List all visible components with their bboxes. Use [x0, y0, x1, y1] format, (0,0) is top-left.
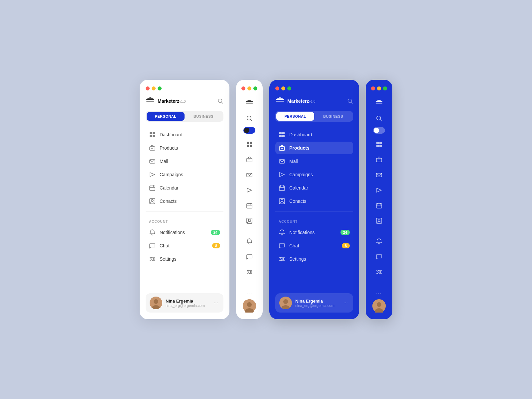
- minimize-dot[interactable]: [152, 86, 156, 90]
- mini-dashboard-icon[interactable]: [243, 138, 256, 151]
- nav-item-calendar-dark[interactable]: Calendar: [275, 182, 353, 194]
- mini-dashboard-icon-dark[interactable]: [372, 138, 386, 151]
- nav-item-campaigns[interactable]: Campaigns: [146, 168, 223, 181]
- mini-user-menu-dots[interactable]: ···: [246, 291, 252, 296]
- mini-search-icon[interactable]: [243, 112, 256, 125]
- products-icon-dark: [279, 145, 285, 151]
- user-name: Nina Ergemla: [166, 299, 209, 304]
- svg-point-31: [247, 116, 251, 120]
- mini-campaigns-icon-dark[interactable]: [372, 184, 386, 197]
- chat-label: Chat: [160, 243, 170, 248]
- nav-item-products[interactable]: Products: [146, 142, 223, 154]
- mini-settings-icon-dark[interactable]: [372, 265, 386, 279]
- products-icon: [149, 145, 156, 151]
- products-label: Products: [160, 145, 178, 151]
- nav-item-settings-dark[interactable]: Settings: [275, 253, 353, 265]
- search-button[interactable]: [217, 98, 223, 104]
- close-dot-dark-mini[interactable]: [371, 86, 375, 90]
- light-full-panel: Marketerzv1.0 PERSONAL BUSINESS: [140, 80, 229, 319]
- mini-chat-icon[interactable]: [243, 250, 256, 263]
- nav-item-calendar[interactable]: Calendar: [146, 182, 223, 194]
- mini-settings-icon[interactable]: [243, 265, 256, 279]
- nav-item-chat[interactable]: Chat 8: [146, 239, 223, 252]
- light-mini-panel: ···: [236, 80, 263, 319]
- nav-item-dashboard-dark[interactable]: Dashboard: [275, 128, 353, 141]
- search-button-dark[interactable]: [347, 98, 353, 104]
- nav-item-contacts[interactable]: Conacts: [146, 195, 223, 207]
- mini-search-icon-dark[interactable]: [372, 112, 386, 125]
- minimize-dot-dark[interactable]: [281, 86, 285, 90]
- business-tab[interactable]: BUSINESS: [185, 112, 222, 121]
- user-card-dark[interactable]: Nina Ergemla nina_erg@ergemla.com ···: [275, 293, 353, 313]
- user-email-dark: nina_erg@ergemla.com: [295, 304, 339, 308]
- mini-products-icon[interactable]: [243, 153, 256, 166]
- user-menu-button-dark[interactable]: ···: [342, 299, 349, 307]
- business-tab-dark[interactable]: BUSINESS: [314, 112, 352, 121]
- mini-brand-icon[interactable]: [243, 96, 256, 110]
- mini-contacts-icon-dark[interactable]: [372, 214, 386, 227]
- mini-chat-icon-dark[interactable]: [372, 250, 386, 263]
- mini-notifications-icon[interactable]: [243, 235, 256, 248]
- nav-item-contacts-dark[interactable]: Conacts: [275, 195, 353, 207]
- user-name-dark: Nina Ergemla: [295, 299, 339, 304]
- divider-dark: [275, 211, 353, 212]
- minimize-dot-mini[interactable]: [247, 86, 251, 90]
- nav-item-mail[interactable]: Mail: [146, 155, 223, 168]
- svg-rect-6: [153, 132, 155, 134]
- mini-avatar-dark[interactable]: [372, 299, 386, 313]
- user-card[interactable]: Nina Ergemla nina_erg@ergemla.com ···: [146, 293, 223, 313]
- mini-products-icon-dark[interactable]: [372, 153, 386, 166]
- dark-full-panel: Marketerzv1.0 PERSONAL BUSINESS: [269, 80, 359, 319]
- mini-notifications-icon-dark[interactable]: [372, 235, 386, 248]
- svg-marker-58: [276, 97, 284, 99]
- svg-point-110: [377, 302, 381, 307]
- brand-name: Marketerzv1.0: [158, 98, 186, 104]
- nav-item-chat-dark[interactable]: Chat 8: [275, 239, 353, 252]
- maximize-dot[interactable]: [158, 86, 162, 90]
- svg-rect-89: [376, 142, 379, 144]
- svg-rect-62: [282, 132, 285, 134]
- nav-item-mail-dark[interactable]: Mail: [275, 155, 353, 168]
- svg-point-107: [380, 271, 381, 273]
- mini-campaigns-icon[interactable]: [243, 184, 256, 197]
- nav-item-products-dark[interactable]: Products: [275, 142, 353, 154]
- mini-avatar[interactable]: [243, 299, 256, 313]
- close-dot-dark[interactable]: [275, 86, 279, 90]
- personal-tab[interactable]: PERSONAL: [147, 112, 185, 121]
- svg-rect-41: [247, 203, 252, 208]
- nav-item-notifications[interactable]: Notifications 24: [146, 226, 223, 239]
- mini-brand-icon-dark[interactable]: [372, 96, 386, 110]
- mini-contacts-icon[interactable]: [243, 214, 256, 227]
- mini-toggle[interactable]: [243, 127, 255, 134]
- maximize-dot-dark-mini[interactable]: [383, 86, 387, 90]
- svg-rect-90: [379, 142, 382, 144]
- svg-rect-69: [279, 186, 285, 191]
- dark-mini-panel: ···: [366, 80, 392, 319]
- maximize-dot-mini[interactable]: [253, 86, 257, 90]
- user-menu-button[interactable]: ···: [212, 299, 219, 307]
- svg-rect-84: [376, 101, 383, 102]
- svg-rect-8: [153, 135, 155, 137]
- personal-tab-dark[interactable]: PERSONAL: [276, 112, 314, 121]
- mini-toggle-dark[interactable]: [373, 127, 385, 134]
- mini-user-menu-dots-dark[interactable]: ···: [376, 291, 382, 296]
- account-section-label-dark: ACCOUNT: [279, 220, 350, 223]
- minimize-dot-dark-mini[interactable]: [377, 86, 381, 90]
- maximize-dot-dark[interactable]: [287, 86, 291, 90]
- user-info-dark: Nina Ergemla nina_erg@ergemla.com: [295, 299, 339, 308]
- avatar-dark: [279, 297, 292, 309]
- nav-item-campaigns-dark[interactable]: Campaigns: [275, 168, 353, 181]
- mini-calendar-icon-dark[interactable]: [372, 199, 386, 212]
- nav-item-settings[interactable]: Settings: [146, 253, 223, 265]
- close-dot[interactable]: [146, 86, 150, 90]
- svg-rect-85: [376, 103, 383, 104]
- close-dot-mini[interactable]: [241, 86, 245, 90]
- svg-point-82: [283, 299, 288, 304]
- nav-item-notifications-dark[interactable]: Notifications 24: [275, 226, 353, 239]
- notifications-badge: 24: [211, 230, 220, 235]
- mini-mail-icon[interactable]: [243, 168, 256, 182]
- tab-toggle: PERSONAL BUSINESS: [146, 111, 223, 122]
- nav-item-dashboard[interactable]: Dashboard: [146, 128, 223, 141]
- mini-calendar-icon[interactable]: [243, 199, 256, 212]
- mini-mail-icon-dark[interactable]: [372, 168, 386, 182]
